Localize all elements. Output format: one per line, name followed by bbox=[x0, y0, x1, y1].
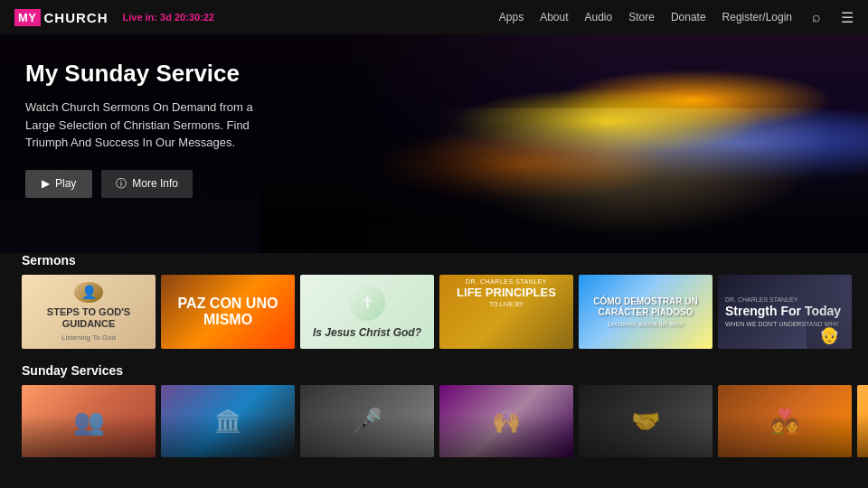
sermons-label: Sermons bbox=[22, 253, 846, 267]
nav-about[interactable]: About bbox=[540, 11, 568, 23]
sermon-5-title: CÓMO DEMOSTRAR UN CARÁCTER PIADOSO bbox=[584, 296, 707, 318]
sermon-3-title: Is Jesus Christ God? bbox=[313, 326, 421, 339]
more-info-button[interactable]: ⓘ More Info bbox=[101, 170, 193, 198]
hero-content: My Sunday Service Watch Church Sermons O… bbox=[0, 34, 868, 253]
logo[interactable]: MY CHURCH bbox=[14, 9, 108, 26]
sermon-1-subtitle: Listening To God bbox=[61, 333, 116, 342]
sermon-card-2[interactable]: PAZ CON UNO MISMO bbox=[161, 275, 295, 349]
logo-church: CHURCH bbox=[44, 10, 108, 25]
sermon-6-author: DR. CHARLES STANLEY bbox=[725, 296, 797, 303]
sermon-1-title: STEPS TO GOD'S GUIDANCE bbox=[29, 306, 148, 330]
search-icon[interactable]: ⌕ bbox=[812, 9, 821, 25]
sermon-4-author: DR. CHARLES STANLEY bbox=[466, 278, 547, 285]
play-label: Play bbox=[55, 177, 76, 190]
hero-buttons: ▶ Play ⓘ More Info bbox=[25, 170, 843, 198]
sunday-services-label: Sunday Services bbox=[22, 363, 846, 378]
service-card-1[interactable]: 👥 bbox=[22, 385, 156, 457]
hero-section: My Sunday Service Watch Church Sermons O… bbox=[0, 34, 868, 253]
live-badge: Live in: 3d 20:30:22 bbox=[123, 12, 215, 23]
sermon-card-6[interactable]: DR. CHARLES STANLEY Strength For Today W… bbox=[718, 275, 852, 349]
sermon-card-3[interactable]: ✝ Is Jesus Christ God? bbox=[300, 275, 434, 349]
nav-store[interactable]: Store bbox=[628, 11, 655, 23]
sunday-services-section: Sunday Services 👥 🏛️ 🎤 bbox=[22, 363, 846, 457]
hero-title: My Sunday Service bbox=[25, 60, 843, 88]
hero-description: Watch Church Sermons On Demand from a La… bbox=[25, 99, 278, 152]
sermon-5-sub: Lecciones acerca del amor bbox=[608, 321, 684, 327]
play-button[interactable]: ▶ Play bbox=[25, 170, 92, 198]
content-sections: Sermons 👤 STEPS TO GOD'S GUIDANCE Listen… bbox=[0, 253, 868, 457]
nav-apps[interactable]: Apps bbox=[499, 11, 524, 23]
sermon-card-5[interactable]: CÓMO DEMOSTRAR UN CARÁCTER PIADOSO Lecci… bbox=[579, 275, 712, 349]
header: MY CHURCH Live in: 3d 20:30:22 Apps Abou… bbox=[0, 0, 868, 34]
sermon-4-sub: TO LIVE BY bbox=[489, 301, 524, 307]
logo-my: MY bbox=[14, 9, 41, 26]
more-info-label: More Info bbox=[132, 177, 178, 190]
services-row: 👥 🏛️ 🎤 🙌 bbox=[22, 385, 846, 457]
service-card-3[interactable]: 🎤 bbox=[300, 385, 434, 457]
sermons-section: Sermons 👤 STEPS TO GOD'S GUIDANCE Listen… bbox=[22, 253, 846, 349]
sermon-card-1[interactable]: 👤 STEPS TO GOD'S GUIDANCE Listening To G… bbox=[22, 275, 156, 349]
service-card-5[interactable]: 🤝 bbox=[579, 385, 712, 457]
sermon-card-4[interactable]: DR. CHARLES STANLEY LIFE PRINCIPLES TO L… bbox=[439, 275, 573, 349]
nav-register[interactable]: Register/Login bbox=[722, 11, 792, 23]
service-card-2[interactable]: 🏛️ bbox=[161, 385, 295, 457]
info-icon: ⓘ bbox=[116, 176, 127, 192]
service-card-4[interactable]: 🙌 bbox=[439, 385, 573, 457]
nav-donate[interactable]: Donate bbox=[671, 11, 706, 23]
sermons-row: 👤 STEPS TO GOD'S GUIDANCE Listening To G… bbox=[22, 275, 846, 349]
nav: Apps About Audio Store Donate Register/L… bbox=[499, 9, 854, 26]
menu-icon[interactable]: ☰ bbox=[841, 9, 854, 26]
service-card-6[interactable]: 💑 bbox=[718, 385, 852, 457]
sermon-2-title: PAZ CON UNO MISMO bbox=[168, 296, 288, 327]
sermon-4-title: LIFE PRINCIPLES bbox=[457, 286, 556, 299]
play-icon: ▶ bbox=[42, 177, 50, 190]
service-card-7[interactable]: 👫 bbox=[857, 385, 868, 457]
nav-audio[interactable]: Audio bbox=[585, 11, 613, 23]
